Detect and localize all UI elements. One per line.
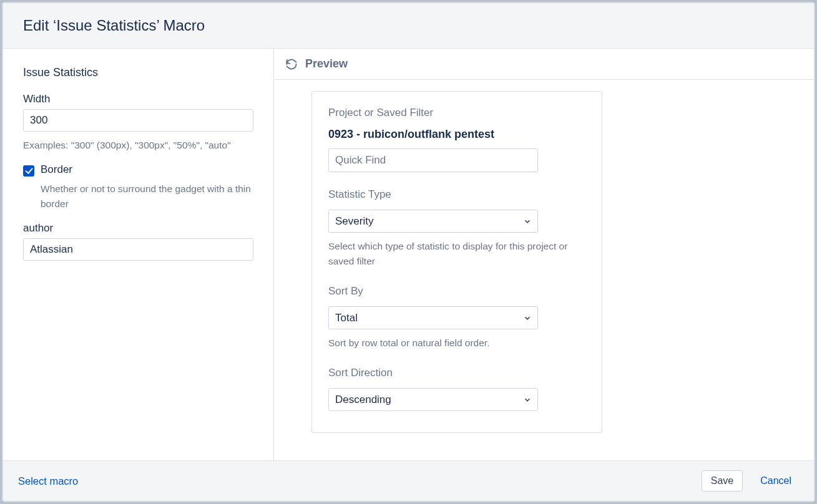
preview-title: Preview bbox=[305, 57, 348, 70]
preview-panel: Preview Project or Saved Filter 0923 - r… bbox=[274, 49, 814, 460]
save-button[interactable]: Save bbox=[702, 470, 743, 492]
dialog-footer: Select macro Save Cancel bbox=[3, 460, 814, 501]
width-input[interactable] bbox=[23, 109, 253, 132]
statistic-type-select[interactable]: Severity bbox=[328, 210, 538, 233]
width-field: Width Examples: "300" (300px), "300px", … bbox=[23, 93, 253, 152]
sort-by-label: Sort By bbox=[328, 285, 585, 298]
author-label: author bbox=[23, 222, 253, 235]
refresh-icon[interactable] bbox=[285, 58, 298, 70]
sort-direction-select[interactable]: Descending bbox=[328, 388, 538, 411]
dialog-header: Edit ‘Issue Statistics’ Macro bbox=[3, 3, 814, 49]
sort-direction-label: Sort Direction bbox=[328, 367, 585, 379]
sort-by-group: Sort By Total Sort by row total or natur… bbox=[328, 285, 585, 351]
sort-by-select[interactable]: Total bbox=[328, 306, 538, 329]
width-label: Width bbox=[23, 93, 253, 105]
preview-card: Project or Saved Filter 0923 - rubicon/o… bbox=[311, 91, 602, 433]
author-field: author bbox=[23, 222, 253, 261]
statistic-type-hint: Select which type of statistic to displa… bbox=[328, 239, 585, 269]
border-hint: Whether or not to surround the gadget wi… bbox=[41, 182, 253, 211]
preview-header: Preview bbox=[274, 49, 814, 80]
statistic-type-label: Statistic Type bbox=[328, 188, 585, 201]
dialog-title: Edit ‘Issue Statistics’ Macro bbox=[23, 17, 794, 34]
dialog-body: Issue Statistics Width Examples: "300" (… bbox=[3, 49, 814, 460]
sort-by-hint: Sort by row total or natural field order… bbox=[328, 336, 585, 351]
macro-params-panel: Issue Statistics Width Examples: "300" (… bbox=[3, 49, 274, 460]
statistic-type-group: Statistic Type Severity Select which typ… bbox=[328, 188, 585, 269]
select-macro-link[interactable]: Select macro bbox=[17, 472, 79, 491]
project-filter-selected: 0923 - rubicon/outflank pentest bbox=[328, 128, 585, 141]
sort-direction-group: Sort Direction Descending bbox=[328, 367, 585, 411]
preview-scroll-area[interactable]: Project or Saved Filter 0923 - rubicon/o… bbox=[274, 80, 814, 460]
quick-find-input[interactable] bbox=[328, 148, 538, 172]
author-input[interactable] bbox=[23, 238, 253, 261]
border-checkbox[interactable] bbox=[23, 165, 34, 177]
project-filter-group: Project or Saved Filter 0923 - rubicon/o… bbox=[328, 107, 585, 172]
border-field: Border Whether or not to surround the ga… bbox=[23, 163, 253, 211]
border-label: Border bbox=[41, 163, 72, 176]
macro-edit-dialog: Edit ‘Issue Statistics’ Macro Issue Stat… bbox=[2, 2, 815, 502]
panel-title: Issue Statistics bbox=[23, 66, 253, 79]
project-filter-label: Project or Saved Filter bbox=[328, 107, 585, 119]
cancel-button[interactable]: Cancel bbox=[751, 471, 800, 491]
width-hint: Examples: "300" (300px), "300px", "50%",… bbox=[23, 138, 253, 152]
